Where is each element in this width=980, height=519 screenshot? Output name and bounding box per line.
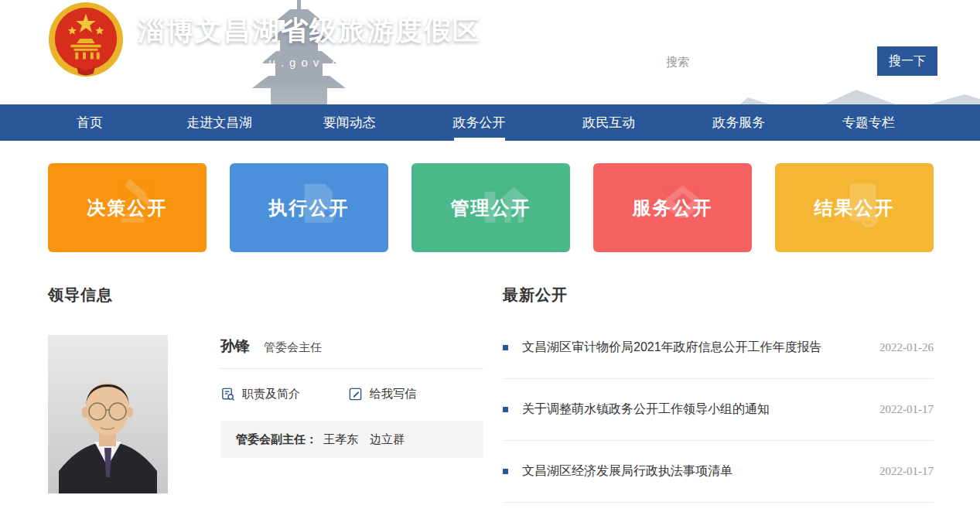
main-nav: 首页 走进文昌湖 要闻动态 政务公开 政民互动 政务服务 专题专栏 bbox=[0, 104, 980, 141]
site-identity: 淄博文昌湖省级旅游度假区 sdwenchanghu.gov.cn bbox=[138, 12, 481, 69]
profile-doc-icon bbox=[220, 387, 235, 401]
latest-list: 文昌湖区审计物价局2021年政府信息公开工作年度报告 2022-01-26 关于… bbox=[503, 317, 934, 503]
nav-item-gov-disclosure[interactable]: 政务公开 bbox=[415, 104, 545, 141]
article-link[interactable]: 关于调整萌水镇政务公开工作领导小组的通知 bbox=[522, 401, 870, 418]
leader-info: 孙锋 管委会主任 职责及简介 bbox=[220, 335, 483, 458]
article-date: 2022-01-17 bbox=[879, 403, 934, 416]
duties-profile-link[interactable]: 职责及简介 bbox=[220, 387, 300, 401]
deputy-names[interactable]: 王孝东 边立群 bbox=[323, 432, 405, 447]
nav-item-home[interactable]: 首页 bbox=[25, 104, 155, 141]
nav-item-services[interactable]: 政务服务 bbox=[674, 104, 804, 141]
list-item: 关于调整萌水镇政务公开工作领导小组的通知 2022-01-17 bbox=[503, 379, 934, 441]
search-input[interactable] bbox=[656, 46, 875, 76]
tile-execution-disclosure[interactable]: 执行公开 bbox=[230, 163, 388, 252]
divider bbox=[220, 368, 483, 369]
write-letter-link[interactable]: 给我写信 bbox=[348, 387, 416, 401]
national-emblem-logo bbox=[48, 2, 124, 77]
site-url: sdwenchanghu.gov.cn bbox=[138, 56, 481, 69]
leadership-section-title: 领导信息 bbox=[48, 285, 483, 306]
list-item: 文昌湖区经济发展局行政执法事项清单 2022-01-17 bbox=[503, 441, 934, 503]
deputy-directors-box: 管委会副主任： 王孝东 边立群 bbox=[220, 421, 483, 458]
write-letter-icon bbox=[348, 387, 363, 401]
search-bar: 搜一下 bbox=[656, 46, 937, 76]
article-link[interactable]: 文昌湖区审计物价局2021年政府信息公开工作年度报告 bbox=[522, 339, 870, 356]
tile-management-disclosure[interactable]: 管理公开 bbox=[411, 163, 570, 252]
tile-service-disclosure[interactable]: 服务公开 bbox=[593, 163, 752, 252]
tile-label: 服务公开 bbox=[633, 196, 713, 220]
nav-item-interaction[interactable]: 政民互动 bbox=[544, 104, 674, 141]
leader-title: 管委会主任 bbox=[264, 340, 322, 355]
page: 淄博文昌湖省级旅游度假区 sdwenchanghu.gov.cn 搜一下 首页 … bbox=[0, 0, 980, 519]
square-bullet-icon bbox=[503, 407, 508, 412]
nav-item-about[interactable]: 走进文昌湖 bbox=[155, 104, 285, 141]
tile-label: 决策公开 bbox=[87, 196, 168, 220]
leadership-section: 领导信息 孙锋 管委会主任 bbox=[48, 285, 483, 306]
tile-label: 管理公开 bbox=[451, 196, 531, 220]
leader-name: 孙锋 bbox=[220, 336, 250, 357]
latest-section-title: 最新公开 bbox=[503, 285, 934, 306]
tile-result-disclosure[interactable]: 结果公开 bbox=[775, 163, 934, 252]
tile-decision-disclosure[interactable]: 决策公开 bbox=[48, 163, 207, 252]
tile-label: 执行公开 bbox=[269, 196, 350, 220]
article-link[interactable]: 文昌湖区经济发展局行政执法事项清单 bbox=[522, 463, 870, 480]
square-bullet-icon bbox=[503, 345, 508, 350]
latest-disclosures-section: 最新公开 文昌湖区审计物价局2021年政府信息公开工作年度报告 2022-01-… bbox=[503, 285, 934, 503]
write-letter-label: 给我写信 bbox=[370, 387, 416, 401]
nav-item-special-topics[interactable]: 专题专栏 bbox=[804, 104, 934, 141]
nav-item-news[interactable]: 要闻动态 bbox=[285, 104, 415, 141]
duties-profile-label: 职责及简介 bbox=[242, 387, 300, 401]
square-bullet-icon bbox=[503, 469, 508, 474]
search-button[interactable]: 搜一下 bbox=[877, 46, 937, 76]
tile-label: 结果公开 bbox=[814, 196, 895, 220]
quick-links-row: 决策公开 执行公开 管理公开 bbox=[48, 163, 934, 252]
site-title: 淄博文昌湖省级旅游度假区 bbox=[138, 12, 481, 49]
article-date: 2022-01-26 bbox=[879, 341, 934, 354]
list-item: 文昌湖区审计物价局2021年政府信息公开工作年度报告 2022-01-26 bbox=[503, 317, 934, 379]
article-date: 2022-01-17 bbox=[879, 465, 934, 478]
leader-photo[interactable] bbox=[48, 335, 168, 493]
deputy-label: 管委会副主任： bbox=[236, 432, 317, 447]
header-banner: 淄博文昌湖省级旅游度假区 sdwenchanghu.gov.cn 搜一下 bbox=[0, 0, 980, 104]
